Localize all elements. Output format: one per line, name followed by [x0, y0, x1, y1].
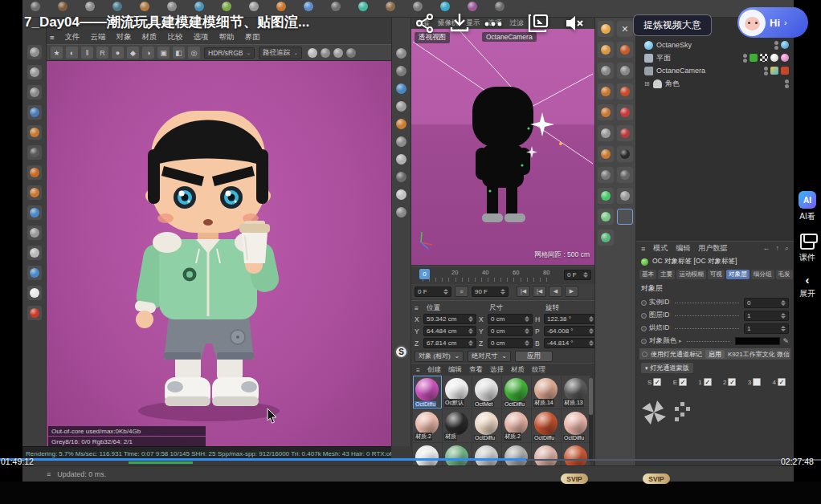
tool-icon[interactable] [617, 104, 633, 120]
toolbar-icon[interactable] [222, 2, 231, 11]
light-channel-checkbox[interactable]: 3 [748, 378, 761, 386]
transport-button[interactable]: ◀ [549, 286, 562, 297]
octane-tool-icon[interactable]: ‖ [81, 47, 93, 59]
search-icon[interactable]: ⌕ [785, 244, 789, 253]
position-x-field[interactable]: 59.342 cm [423, 314, 476, 324]
perspective-viewport[interactable]: 透视视图 OctaneCamera 网格间距 : 500 cm [411, 29, 594, 265]
toolbar-icon[interactable] [58, 2, 67, 11]
kernel-dropdown[interactable]: 路径追踪 ⌄ [259, 47, 302, 59]
octane-tool-icon[interactable]: ◆ [127, 47, 139, 59]
mode-icon[interactable] [396, 119, 406, 129]
mode-icon[interactable] [396, 189, 406, 200]
material-swatch[interactable]: 材质.14 [532, 376, 561, 408]
palette-icon[interactable] [27, 45, 42, 59]
spinner[interactable] [500, 289, 505, 295]
mode-icon[interactable] [396, 136, 406, 147]
tool-icon[interactable] [598, 209, 614, 225]
menu-item[interactable]: 云端 [91, 32, 106, 43]
toolbar-icon[interactable] [167, 2, 177, 11]
octane-tool-icon[interactable]: ◎ [188, 47, 200, 59]
keyframe-dot[interactable] [641, 326, 647, 331]
tool-icon[interactable] [598, 83, 614, 100]
position-z-field[interactable]: 67.814 cm [423, 338, 476, 348]
light-channel-checkbox[interactable]: 2 ✓ [723, 378, 736, 386]
palette-icon[interactable] [27, 266, 42, 280]
palette-icon[interactable] [27, 185, 42, 200]
checkbox[interactable]: ✓ [704, 378, 712, 386]
hamburger-icon[interactable]: ≡ [50, 33, 55, 42]
octane-tool-icon[interactable]: ● [112, 47, 124, 59]
solo-mode-icon[interactable]: S [394, 345, 408, 359]
tool-icon[interactable] [617, 42, 633, 58]
checkbox[interactable] [753, 378, 761, 386]
hamburger-icon[interactable]: ≡ [416, 366, 420, 374]
object-row[interactable]: 平面 [636, 51, 794, 64]
material-scrollbar[interactable] [589, 378, 593, 461]
hamburger-icon[interactable]: ≡ [641, 245, 645, 253]
expand-icon[interactable]: ⊞ [644, 80, 650, 87]
object-color-swatch[interactable] [735, 337, 780, 345]
attribute-tab[interactable]: 对象层 [726, 270, 750, 279]
layer-id-field[interactable]: 1 [744, 311, 789, 321]
back-icon[interactable]: ← [762, 244, 770, 253]
mode-icon[interactable] [396, 101, 406, 112]
timeline-playhead[interactable]: 0 [419, 269, 430, 279]
toolbar-icon[interactable] [140, 2, 149, 11]
position-y-field[interactable]: 64.484 cm [423, 326, 476, 336]
more-icon[interactable] [484, 21, 503, 27]
attribute-tab[interactable]: 运动模糊 [676, 270, 705, 279]
texture-tag-icon[interactable] [760, 54, 768, 62]
attribute-tab[interactable]: 细分组 [751, 270, 774, 279]
enable-button[interactable]: 启用 [705, 350, 725, 359]
tool-icon[interactable] [598, 125, 614, 141]
mode-icon[interactable] [396, 48, 406, 59]
rotation-h-field[interactable]: 122.38 ° [544, 314, 597, 324]
tool-icon[interactable] [617, 83, 633, 100]
checkbox[interactable]: ✓ [653, 378, 661, 386]
share-icon[interactable] [415, 13, 435, 34]
palette-icon[interactable] [27, 286, 42, 300]
material-menu-item[interactable]: 编辑 [448, 365, 462, 375]
checkbox[interactable]: ✓ [728, 378, 736, 386]
camera-tag-icon[interactable] [770, 67, 778, 75]
tool-icon[interactable] [598, 167, 614, 183]
tool-icon[interactable] [617, 146, 633, 162]
tool-icon[interactable] [598, 63, 614, 79]
keyframe-dot[interactable] [641, 339, 647, 344]
toolbar-icon[interactable] [31, 2, 40, 11]
octane-tool-icon[interactable]: ◑ [142, 47, 154, 59]
material-swatch[interactable]: OctDiffu [532, 409, 561, 442]
texture-checker-icon[interactable] [617, 209, 633, 225]
spinner[interactable] [583, 272, 588, 278]
timeline-ruler[interactable]: 0 20 40 60 80 0 0 F [411, 266, 594, 282]
attribute-menu-item[interactable]: 模式 [653, 243, 668, 254]
tool-icon[interactable] [617, 63, 633, 79]
material-swatch[interactable]: OctDiffu [472, 409, 501, 442]
octane-render-view[interactable]: Out-of-core used/max:0Kb/4Gb Grey8/16: 0… [47, 61, 391, 446]
octane-tool-icon[interactable]: ★ [51, 47, 63, 59]
object-row[interactable]: ⊞ 角色 [636, 77, 794, 90]
octane-tool-icon[interactable]: ◐ [66, 47, 78, 59]
size-z-field[interactable]: 0 cm [488, 338, 533, 348]
mode-icon[interactable] [396, 83, 406, 94]
material-swatch[interactable]: OctMet [472, 376, 501, 408]
octane-tool-icon[interactable]: ▣ [157, 47, 170, 59]
material-swatch[interactable]: 材质.2 [413, 409, 442, 442]
menu-item[interactable]: 材质 [142, 32, 157, 43]
material-swatch[interactable]: Oc默认 [443, 376, 472, 408]
toolbar-icon[interactable] [276, 2, 286, 11]
light-channel-checkbox[interactable]: E ✓ [673, 378, 687, 386]
material-menu-item[interactable]: 材质 [511, 365, 525, 375]
palette-icon[interactable] [27, 125, 42, 140]
size-x-field[interactable]: 0 cm [488, 314, 533, 324]
sky-tag-icon[interactable] [781, 41, 789, 49]
tool-icon[interactable] [617, 167, 633, 183]
material-tag-icon[interactable] [770, 54, 778, 62]
attribute-tab[interactable]: 可视 [708, 270, 725, 279]
attribute-menu-item[interactable]: 用户数据 [698, 243, 727, 254]
attribute-tab[interactable]: 毛发 [776, 270, 793, 279]
checkbox[interactable]: ✓ [778, 378, 786, 386]
toolbar-icon[interactable] [331, 2, 341, 11]
size-y-field[interactable]: 0 cm [488, 326, 533, 336]
palette-icon[interactable] [27, 165, 42, 180]
